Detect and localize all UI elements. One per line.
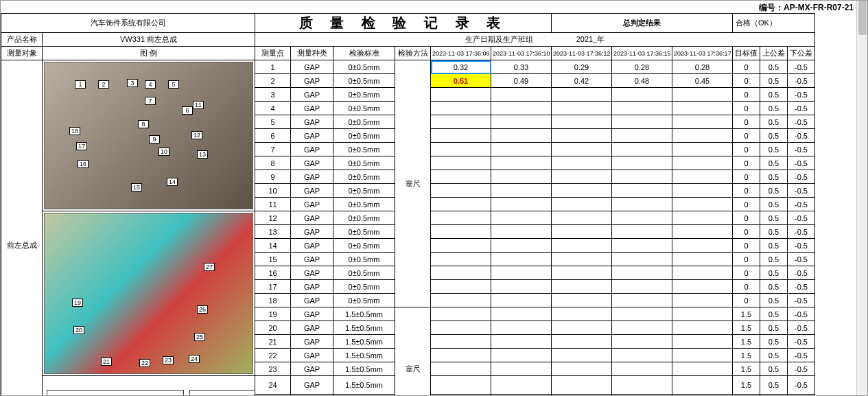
cell-value[interactable] xyxy=(491,294,552,307)
cell-value[interactable] xyxy=(552,376,612,395)
cell-value[interactable] xyxy=(672,88,733,102)
cell-value[interactable] xyxy=(552,129,612,143)
cell-value[interactable] xyxy=(672,266,733,280)
cell-value[interactable] xyxy=(612,349,672,362)
cell-value[interactable]: 0.48 xyxy=(612,74,672,88)
cell-value[interactable] xyxy=(672,349,733,362)
cell-value[interactable] xyxy=(612,88,672,102)
cell-value[interactable] xyxy=(612,102,672,115)
cell-value[interactable]: 0.42 xyxy=(552,74,612,88)
cell-value[interactable] xyxy=(672,335,733,349)
cell-value[interactable] xyxy=(612,156,672,170)
cell-value[interactable] xyxy=(431,266,491,280)
cell-value[interactable] xyxy=(491,349,552,362)
cell-value[interactable] xyxy=(491,184,552,198)
cell-value[interactable] xyxy=(612,184,672,198)
cell-value[interactable] xyxy=(612,266,672,280)
cell-value[interactable] xyxy=(612,321,672,335)
cell-value[interactable] xyxy=(612,143,672,156)
cell-value[interactable] xyxy=(431,280,491,294)
cell-value[interactable] xyxy=(612,198,672,211)
cell-value[interactable]: 0.49 xyxy=(491,74,552,88)
cell-value[interactable] xyxy=(612,280,672,294)
cell-value[interactable] xyxy=(552,266,612,280)
cell-value[interactable] xyxy=(672,198,733,211)
cell-value[interactable] xyxy=(431,239,491,253)
cell-value[interactable] xyxy=(672,129,733,143)
cell-value[interactable] xyxy=(672,280,733,294)
cell-value[interactable] xyxy=(612,362,672,376)
cell-value[interactable] xyxy=(491,211,552,225)
cell-value[interactable] xyxy=(431,129,491,143)
cell-value[interactable] xyxy=(491,225,552,239)
cell-value[interactable] xyxy=(612,294,672,307)
cell-value[interactable] xyxy=(491,88,552,102)
cell-value[interactable] xyxy=(612,211,672,225)
cell-value[interactable] xyxy=(431,211,491,225)
cell-value[interactable] xyxy=(491,129,552,143)
cell-value[interactable] xyxy=(431,198,491,211)
cell-value[interactable] xyxy=(491,307,552,321)
cell-value[interactable] xyxy=(672,170,733,184)
cell-value[interactable] xyxy=(431,143,491,156)
cell-value[interactable] xyxy=(552,102,612,115)
cell-value[interactable] xyxy=(431,156,491,170)
cell-value[interactable] xyxy=(612,170,672,184)
vertical-scrollbar[interactable] xyxy=(856,1,867,395)
cell-value[interactable] xyxy=(552,156,612,170)
cell-value[interactable] xyxy=(491,335,552,349)
cell-value[interactable] xyxy=(552,115,612,129)
cell-value[interactable] xyxy=(491,253,552,266)
cell-value[interactable] xyxy=(612,239,672,253)
cell-value[interactable] xyxy=(491,156,552,170)
cell-value[interactable] xyxy=(491,102,552,115)
cell-value[interactable] xyxy=(431,307,491,321)
cell-value[interactable] xyxy=(552,280,612,294)
cell-value[interactable] xyxy=(431,170,491,184)
cell-value[interactable] xyxy=(491,376,552,395)
cell-value[interactable] xyxy=(431,362,491,376)
cell-value[interactable] xyxy=(672,156,733,170)
cell-value[interactable] xyxy=(431,349,491,362)
cell-value[interactable] xyxy=(431,225,491,239)
cell-value[interactable] xyxy=(431,376,491,395)
cell-value[interactable] xyxy=(552,349,612,362)
cell-value[interactable] xyxy=(612,335,672,349)
cell-value[interactable] xyxy=(612,253,672,266)
cell-value[interactable] xyxy=(672,253,733,266)
cell-value[interactable] xyxy=(431,88,491,102)
cell-value[interactable] xyxy=(491,321,552,335)
cell-value[interactable] xyxy=(491,198,552,211)
cell-value[interactable] xyxy=(612,129,672,143)
cell-value[interactable] xyxy=(431,184,491,198)
cell-value[interactable]: 0.29 xyxy=(552,60,612,74)
cell-value[interactable]: 0.32 xyxy=(431,60,491,74)
cell-value[interactable] xyxy=(672,376,733,395)
cell-value[interactable] xyxy=(672,307,733,321)
cell-value[interactable] xyxy=(672,321,733,335)
cell-value[interactable] xyxy=(612,225,672,239)
cell-value[interactable] xyxy=(431,253,491,266)
cell-value[interactable] xyxy=(552,335,612,349)
cell-value[interactable] xyxy=(552,225,612,239)
cell-value[interactable]: 0.51 xyxy=(431,74,491,88)
cell-value[interactable] xyxy=(552,362,612,376)
cell-value[interactable] xyxy=(552,294,612,307)
cell-value[interactable]: 0.45 xyxy=(672,74,733,88)
cell-value[interactable] xyxy=(612,307,672,321)
cell-value[interactable] xyxy=(552,88,612,102)
cell-value[interactable] xyxy=(491,239,552,253)
cell-value[interactable] xyxy=(552,211,612,225)
cell-value[interactable] xyxy=(672,115,733,129)
cell-value[interactable] xyxy=(552,170,612,184)
cell-value[interactable] xyxy=(672,362,733,376)
cell-value[interactable]: 0.28 xyxy=(612,60,672,74)
cell-value[interactable] xyxy=(552,143,612,156)
cell-value[interactable] xyxy=(491,170,552,184)
cell-value[interactable] xyxy=(431,335,491,349)
cell-value[interactable]: 0.33 xyxy=(491,60,552,74)
cell-value[interactable] xyxy=(612,115,672,129)
cell-value[interactable] xyxy=(552,184,612,198)
cell-value[interactable] xyxy=(552,253,612,266)
cell-value[interactable] xyxy=(612,376,672,395)
